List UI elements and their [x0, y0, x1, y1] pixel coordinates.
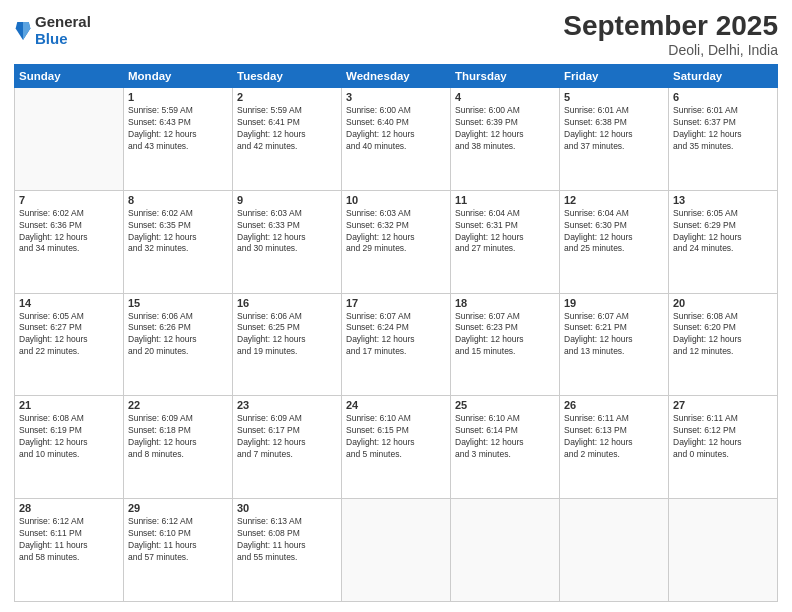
day-number: 12 [564, 194, 664, 206]
calendar-cell [15, 88, 124, 191]
day-info: Sunrise: 6:12 AM Sunset: 6:10 PM Dayligh… [128, 516, 228, 564]
day-info: Sunrise: 6:05 AM Sunset: 6:27 PM Dayligh… [19, 311, 119, 359]
title-block: September 2025 Deoli, Delhi, India [563, 10, 778, 58]
calendar-cell: 5Sunrise: 6:01 AM Sunset: 6:38 PM Daylig… [560, 88, 669, 191]
calendar-cell: 27Sunrise: 6:11 AM Sunset: 6:12 PM Dayli… [669, 396, 778, 499]
calendar-cell: 8Sunrise: 6:02 AM Sunset: 6:35 PM Daylig… [124, 190, 233, 293]
day-number: 27 [673, 399, 773, 411]
day-number: 30 [237, 502, 337, 514]
day-number: 8 [128, 194, 228, 206]
calendar-cell: 21Sunrise: 6:08 AM Sunset: 6:19 PM Dayli… [15, 396, 124, 499]
day-info: Sunrise: 6:09 AM Sunset: 6:17 PM Dayligh… [237, 413, 337, 461]
calendar-cell: 17Sunrise: 6:07 AM Sunset: 6:24 PM Dayli… [342, 293, 451, 396]
logo-icon [14, 20, 32, 42]
day-number: 25 [455, 399, 555, 411]
calendar-cell [560, 499, 669, 602]
calendar-table: SundayMondayTuesdayWednesdayThursdayFrid… [14, 64, 778, 602]
calendar-cell: 24Sunrise: 6:10 AM Sunset: 6:15 PM Dayli… [342, 396, 451, 499]
logo-general-text: General [35, 14, 91, 31]
day-info: Sunrise: 6:02 AM Sunset: 6:36 PM Dayligh… [19, 208, 119, 256]
day-number: 22 [128, 399, 228, 411]
day-info: Sunrise: 6:09 AM Sunset: 6:18 PM Dayligh… [128, 413, 228, 461]
day-number: 10 [346, 194, 446, 206]
day-info: Sunrise: 6:03 AM Sunset: 6:32 PM Dayligh… [346, 208, 446, 256]
calendar-cell: 2Sunrise: 5:59 AM Sunset: 6:41 PM Daylig… [233, 88, 342, 191]
day-number: 13 [673, 194, 773, 206]
calendar-cell: 7Sunrise: 6:02 AM Sunset: 6:36 PM Daylig… [15, 190, 124, 293]
day-number: 20 [673, 297, 773, 309]
day-info: Sunrise: 6:08 AM Sunset: 6:20 PM Dayligh… [673, 311, 773, 359]
calendar-cell: 23Sunrise: 6:09 AM Sunset: 6:17 PM Dayli… [233, 396, 342, 499]
day-number: 21 [19, 399, 119, 411]
calendar-week-row: 21Sunrise: 6:08 AM Sunset: 6:19 PM Dayli… [15, 396, 778, 499]
day-info: Sunrise: 6:05 AM Sunset: 6:29 PM Dayligh… [673, 208, 773, 256]
day-number: 5 [564, 91, 664, 103]
calendar-cell: 25Sunrise: 6:10 AM Sunset: 6:14 PM Dayli… [451, 396, 560, 499]
day-info: Sunrise: 6:12 AM Sunset: 6:11 PM Dayligh… [19, 516, 119, 564]
calendar-cell: 9Sunrise: 6:03 AM Sunset: 6:33 PM Daylig… [233, 190, 342, 293]
day-info: Sunrise: 6:07 AM Sunset: 6:21 PM Dayligh… [564, 311, 664, 359]
calendar-cell: 1Sunrise: 5:59 AM Sunset: 6:43 PM Daylig… [124, 88, 233, 191]
logo-blue-text: Blue [35, 31, 91, 48]
calendar-cell: 16Sunrise: 6:06 AM Sunset: 6:25 PM Dayli… [233, 293, 342, 396]
calendar-title: September 2025 [563, 10, 778, 42]
day-info: Sunrise: 5:59 AM Sunset: 6:43 PM Dayligh… [128, 105, 228, 153]
calendar-cell: 29Sunrise: 6:12 AM Sunset: 6:10 PM Dayli… [124, 499, 233, 602]
calendar-cell: 12Sunrise: 6:04 AM Sunset: 6:30 PM Dayli… [560, 190, 669, 293]
calendar-cell: 28Sunrise: 6:12 AM Sunset: 6:11 PM Dayli… [15, 499, 124, 602]
day-number: 23 [237, 399, 337, 411]
logo: General Blue [14, 14, 91, 47]
day-number: 16 [237, 297, 337, 309]
calendar-cell: 6Sunrise: 6:01 AM Sunset: 6:37 PM Daylig… [669, 88, 778, 191]
day-number: 9 [237, 194, 337, 206]
day-info: Sunrise: 6:01 AM Sunset: 6:38 PM Dayligh… [564, 105, 664, 153]
calendar-cell: 4Sunrise: 6:00 AM Sunset: 6:39 PM Daylig… [451, 88, 560, 191]
day-number: 24 [346, 399, 446, 411]
day-info: Sunrise: 5:59 AM Sunset: 6:41 PM Dayligh… [237, 105, 337, 153]
header-saturday: Saturday [669, 65, 778, 88]
day-info: Sunrise: 6:07 AM Sunset: 6:23 PM Dayligh… [455, 311, 555, 359]
day-number: 4 [455, 91, 555, 103]
day-info: Sunrise: 6:08 AM Sunset: 6:19 PM Dayligh… [19, 413, 119, 461]
calendar-cell [342, 499, 451, 602]
day-number: 7 [19, 194, 119, 206]
page-header: General Blue September 2025 Deoli, Delhi… [14, 10, 778, 58]
day-info: Sunrise: 6:11 AM Sunset: 6:13 PM Dayligh… [564, 413, 664, 461]
calendar-week-row: 1Sunrise: 5:59 AM Sunset: 6:43 PM Daylig… [15, 88, 778, 191]
day-info: Sunrise: 6:06 AM Sunset: 6:26 PM Dayligh… [128, 311, 228, 359]
calendar-header-row: SundayMondayTuesdayWednesdayThursdayFrid… [15, 65, 778, 88]
calendar-cell: 15Sunrise: 6:06 AM Sunset: 6:26 PM Dayli… [124, 293, 233, 396]
calendar-week-row: 14Sunrise: 6:05 AM Sunset: 6:27 PM Dayli… [15, 293, 778, 396]
day-number: 3 [346, 91, 446, 103]
day-info: Sunrise: 6:00 AM Sunset: 6:40 PM Dayligh… [346, 105, 446, 153]
day-number: 11 [455, 194, 555, 206]
day-number: 28 [19, 502, 119, 514]
calendar-week-row: 28Sunrise: 6:12 AM Sunset: 6:11 PM Dayli… [15, 499, 778, 602]
header-monday: Monday [124, 65, 233, 88]
calendar-week-row: 7Sunrise: 6:02 AM Sunset: 6:36 PM Daylig… [15, 190, 778, 293]
calendar-cell: 10Sunrise: 6:03 AM Sunset: 6:32 PM Dayli… [342, 190, 451, 293]
header-tuesday: Tuesday [233, 65, 342, 88]
calendar-cell: 11Sunrise: 6:04 AM Sunset: 6:31 PM Dayli… [451, 190, 560, 293]
day-number: 6 [673, 91, 773, 103]
day-info: Sunrise: 6:10 AM Sunset: 6:15 PM Dayligh… [346, 413, 446, 461]
day-number: 15 [128, 297, 228, 309]
day-number: 1 [128, 91, 228, 103]
day-number: 19 [564, 297, 664, 309]
calendar-cell: 3Sunrise: 6:00 AM Sunset: 6:40 PM Daylig… [342, 88, 451, 191]
header-thursday: Thursday [451, 65, 560, 88]
day-number: 29 [128, 502, 228, 514]
calendar-cell: 22Sunrise: 6:09 AM Sunset: 6:18 PM Dayli… [124, 396, 233, 499]
day-number: 17 [346, 297, 446, 309]
day-info: Sunrise: 6:01 AM Sunset: 6:37 PM Dayligh… [673, 105, 773, 153]
calendar-location: Deoli, Delhi, India [563, 42, 778, 58]
day-info: Sunrise: 6:11 AM Sunset: 6:12 PM Dayligh… [673, 413, 773, 461]
calendar-cell: 30Sunrise: 6:13 AM Sunset: 6:08 PM Dayli… [233, 499, 342, 602]
calendar-cell: 14Sunrise: 6:05 AM Sunset: 6:27 PM Dayli… [15, 293, 124, 396]
calendar-cell [451, 499, 560, 602]
day-number: 14 [19, 297, 119, 309]
day-number: 26 [564, 399, 664, 411]
day-info: Sunrise: 6:00 AM Sunset: 6:39 PM Dayligh… [455, 105, 555, 153]
header-friday: Friday [560, 65, 669, 88]
day-number: 2 [237, 91, 337, 103]
